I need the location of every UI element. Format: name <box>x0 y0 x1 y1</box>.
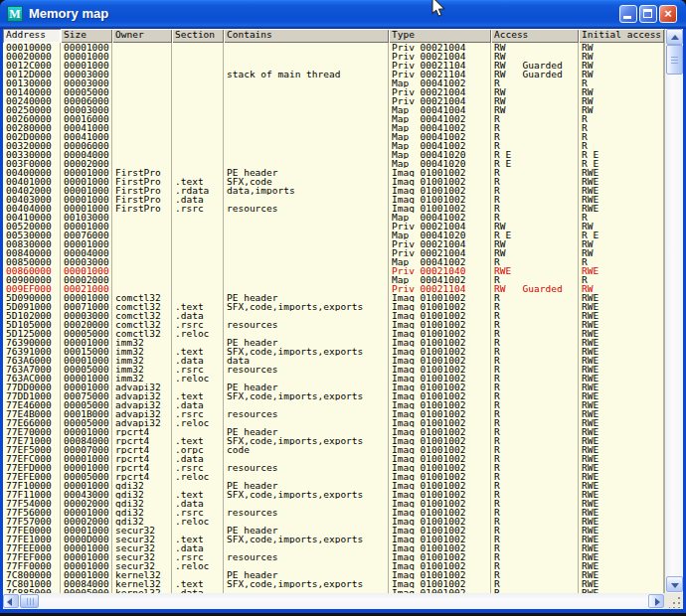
cell-owner: rpcrt4 <box>112 436 172 445</box>
column-header-address[interactable]: Address <box>3 29 61 43</box>
table-row[interactable]: 77E71000 00084000 rpcrt4 .text SFX,code,… <box>3 436 664 445</box>
vertical-scrollbar[interactable] <box>664 29 683 593</box>
table-row[interactable]: 77E46000 00005000 advapi32 .data Imag 01… <box>3 400 664 409</box>
table-row[interactable]: 00900000 00002000 Map 00041002 R R <box>3 275 664 284</box>
cell-section <box>172 257 224 266</box>
table-row[interactable]: 77F10000 00001000 gdi32 PE header Imag 0… <box>3 481 664 490</box>
table-row[interactable]: 00250000 00003000 Map 00041004 RW RW <box>3 105 664 114</box>
maximize-button[interactable] <box>639 5 657 23</box>
table-row[interactable]: 77F56000 00001000 gdi32 .rsrc resources … <box>3 508 664 517</box>
table-row[interactable]: 00840000 00004000 Priv 00021004 RW RW <box>3 248 664 257</box>
table-row[interactable]: 00860000 00001000 Priv 00021040 RWE RWE <box>3 266 664 275</box>
table-row[interactable]: 77F11000 00043000 gdi32 .text SFX,code,i… <box>3 490 664 499</box>
table-row[interactable]: 00520000 00001000 Priv 00021004 RW RW <box>3 222 664 231</box>
close-button[interactable]: × <box>659 5 677 23</box>
cell-section: .rsrc <box>172 320 224 329</box>
table-row[interactable]: 002D0000 00041000 Map 00041002 R R <box>3 132 664 141</box>
cell-contains <box>224 266 389 275</box>
table-row[interactable]: 00530000 00076000 Map 00041020 R E R E <box>3 231 664 239</box>
cell-size: 00005000 <box>61 365 112 374</box>
table-row[interactable]: 77FE1000 0000D000 secur32 .text SFX,code… <box>3 535 664 543</box>
column-header-initial-access[interactable]: Initial access <box>579 29 664 43</box>
table-row[interactable]: 00240000 00006000 Priv 00021004 RW RW <box>3 96 664 105</box>
table-row[interactable]: 5D105000 00020000 comctl32 .rsrc resourc… <box>3 320 664 329</box>
column-header-section[interactable]: Section <box>172 29 224 43</box>
table-row[interactable]: 00020000 00001000 Priv 00021004 RW RW <box>3 52 664 61</box>
table-row[interactable]: 77F57000 00002000 gdi32 .reloc Imag 0100… <box>3 517 664 526</box>
arrow-left-icon <box>7 598 12 606</box>
table-row[interactable]: 00260000 00016000 Map 00041002 R R <box>3 114 664 123</box>
table-row[interactable]: 00850000 00003000 Map 00041002 R R <box>3 257 664 266</box>
cell-size: 00007000 <box>61 445 112 454</box>
cell-section: .text <box>172 490 224 499</box>
table-row[interactable]: 00830000 00001000 Priv 00021004 RW RW <box>3 239 664 248</box>
cell-initial-access: RWE <box>579 561 664 570</box>
table-row[interactable]: 76390000 00001000 imm32 PE header Imag 0… <box>3 338 664 347</box>
table-row[interactable]: 00010000 00001000 Priv 00021004 RW RW <box>3 43 664 52</box>
table-row[interactable]: 77FE0000 00001000 secur32 PE header Imag… <box>3 526 664 535</box>
title-bar[interactable]: M Memory map × <box>0 0 686 29</box>
table-row[interactable]: 5D125000 00005000 comctl32 .reloc Imag 0… <box>3 329 664 338</box>
table-row[interactable]: 7C800000 00001000 kernel32 PE header Ima… <box>3 570 664 579</box>
horizontal-scrollbar[interactable] <box>3 593 664 609</box>
table-row[interactable]: 0012C000 00001000 Priv 00021104 RW Guard… <box>3 61 664 70</box>
scroll-up-button[interactable] <box>666 29 683 45</box>
scroll-left-button[interactable] <box>3 594 19 608</box>
horizontal-scroll-thumb[interactable] <box>20 594 39 608</box>
table-row[interactable]: 00404000 00001000 FirstPro .rsrc resourc… <box>3 204 664 213</box>
table-row[interactable]: 5D091000 00071000 comctl32 .text SFX,cod… <box>3 302 664 311</box>
table-row[interactable]: 00280000 00041000 Map 00041002 R R <box>3 123 664 132</box>
table-row[interactable]: 77EFD000 00001000 rpcrt4 .rsrc resources… <box>3 463 664 472</box>
cell-section <box>172 275 224 284</box>
table-row[interactable]: 77EFC000 00001000 rpcrt4 .data Imag 0100… <box>3 454 664 463</box>
table-row[interactable]: 003F0000 00002000 Map 00041020 R E R E <box>3 159 664 168</box>
table-row[interactable]: 76391000 00015000 imm32 .text SFX,code,i… <box>3 347 664 356</box>
cell-contains <box>224 311 389 320</box>
table-row[interactable]: 7C801000 00084000 kernel32 .text SFX,cod… <box>3 579 664 588</box>
column-header-access[interactable]: Access <box>491 29 579 43</box>
table-row[interactable]: 77FF0000 00001000 secur32 .reloc Imag 01… <box>3 561 664 570</box>
table-row[interactable]: 0012D000 00003000 stack of main thread P… <box>3 70 664 78</box>
table-row[interactable]: 77F54000 00002000 gdi32 .data Imag 01001… <box>3 499 664 508</box>
table-row[interactable]: 763A7000 00005000 imm32 .rsrc resources … <box>3 365 664 374</box>
scroll-down-button[interactable] <box>666 576 683 592</box>
table-row[interactable]: 77E66000 00005000 advapi32 .reloc Imag 0… <box>3 418 664 427</box>
cell-size: 00001000 <box>61 552 112 561</box>
table-row[interactable]: 77EF5000 00007000 rpcrt4 .orpc code Imag… <box>3 445 664 454</box>
cell-type: Imag 01001002 <box>389 195 491 204</box>
column-header-size[interactable]: Size <box>61 29 112 43</box>
table-row[interactable]: 00410000 00103000 Map 00041002 R R <box>3 213 664 222</box>
column-header-owner[interactable]: Owner <box>112 29 172 43</box>
table-row[interactable]: 00401000 00001000 FirstPro .text SFX,cod… <box>3 177 664 186</box>
column-header-contains[interactable]: Contains <box>224 29 389 43</box>
vertical-scroll-thumb[interactable] <box>666 45 683 75</box>
table-row[interactable]: 00330000 00004000 Map 00041020 R E R E <box>3 150 664 159</box>
table-row[interactable]: 77E70000 00001000 rpcrt4 PE header Imag … <box>3 427 664 436</box>
table-row[interactable]: 00130000 00003000 Map 00041002 R R <box>3 78 664 87</box>
table-row[interactable]: 77FEE000 00001000 secur32 .data Imag 010… <box>3 543 664 552</box>
table-row[interactable]: 77EFE000 00005000 rpcrt4 .reloc Imag 010… <box>3 472 664 481</box>
minimize-button[interactable] <box>619 5 637 23</box>
table-row[interactable]: 00403000 00001000 FirstPro .data Imag 01… <box>3 195 664 204</box>
table-row[interactable]: 00402000 00001000 FirstPro .rdata data,i… <box>3 186 664 195</box>
table-row[interactable]: 77FEF000 00001000 secur32 .rsrc resource… <box>3 552 664 561</box>
table-row[interactable]: 77DD0000 00001000 advapi32 PE header Ima… <box>3 383 664 391</box>
cell-address: 77DD0000 <box>3 383 61 391</box>
table-row[interactable]: 5D090000 00001000 comctl32 PE header Ima… <box>3 293 664 302</box>
cell-owner <box>112 105 172 114</box>
cell-access: R <box>491 186 579 195</box>
table-row[interactable]: 763A6000 00001000 imm32 .data data Imag … <box>3 356 664 365</box>
cell-access: RW <box>491 52 579 61</box>
column-header-type[interactable]: Type <box>389 29 491 43</box>
cell-size: 00001000 <box>61 463 112 472</box>
table-row[interactable]: 77DD1000 00075000 advapi32 .text SFX,cod… <box>3 391 664 400</box>
table-row[interactable]: 5D102000 00003000 comctl32 .data Imag 01… <box>3 311 664 320</box>
table-row[interactable]: 009EF000 00021000 Priv 00021104 RW Guard… <box>3 284 664 293</box>
table-row[interactable]: 763AC000 00001000 imm32 .reloc Imag 0100… <box>3 374 664 383</box>
resize-grip[interactable] <box>664 593 683 609</box>
scroll-right-button[interactable] <box>648 594 664 608</box>
table-row[interactable]: 77E4B000 0001B000 advapi32 .rsrc resourc… <box>3 409 664 418</box>
table-row[interactable]: 00140000 00005000 Priv 00021004 RW RW <box>3 87 664 96</box>
table-row[interactable]: 00320000 00006000 Map 00041002 R R <box>3 141 664 150</box>
table-row[interactable]: 00400000 00001000 FirstPro PE header Ima… <box>3 168 664 177</box>
